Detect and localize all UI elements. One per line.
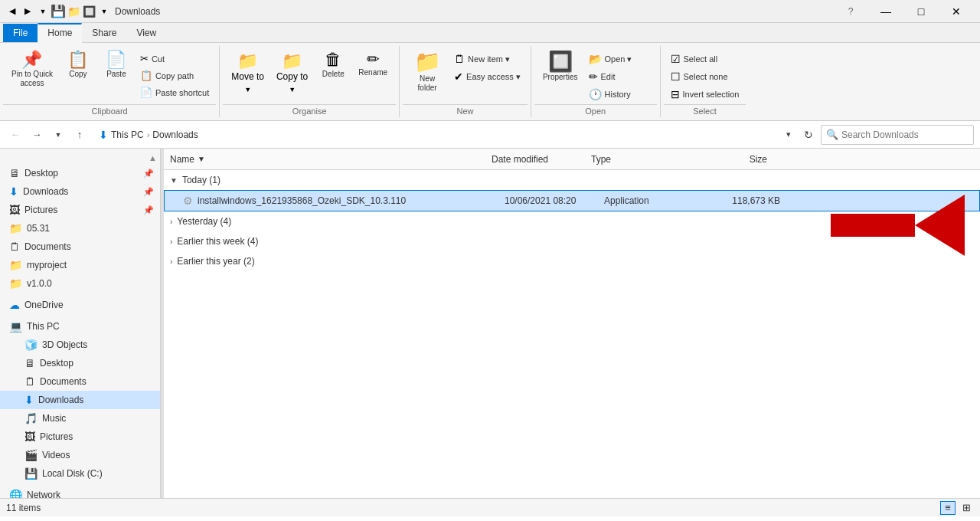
move-to-arrow: ▼ bbox=[244, 86, 251, 93]
sidebar-item-pictures-pc[interactable]: 🖼 Pictures bbox=[0, 428, 160, 446]
close-button[interactable]: ✕ bbox=[939, 0, 974, 23]
cut-button[interactable]: ✂ Cut bbox=[136, 51, 213, 67]
search-box[interactable]: 🔍 bbox=[821, 125, 974, 145]
easy-access-button[interactable]: ✔ Easy access ▾ bbox=[450, 68, 524, 85]
sidebar-item-downloads-pc[interactable]: ⬇ Downloads bbox=[0, 391, 160, 409]
edit-button[interactable]: ✏ Edit bbox=[585, 68, 654, 85]
invert-selection-label: Invert selection bbox=[683, 90, 740, 99]
sidebar-item-desktop-pc[interactable]: 🖥 Desktop bbox=[0, 354, 160, 372]
col-date-header[interactable]: Date modified bbox=[492, 154, 591, 165]
qat-dropdown[interactable]: ▼ bbox=[37, 5, 49, 18]
col-type-label: Type bbox=[591, 154, 611, 165]
sidebar-item-documents-qa[interactable]: 🗒 Documents bbox=[0, 238, 160, 256]
desktop-qa-icon: 🖥 bbox=[9, 167, 20, 179]
file-date: 10/06/2021 08:20 bbox=[505, 195, 604, 206]
select-none-button[interactable]: ☐ Select none bbox=[667, 68, 743, 85]
sidebar-item-videos[interactable]: 🎬 Videos bbox=[0, 446, 160, 464]
sidebar-scroll-up[interactable]: ▲ bbox=[149, 153, 157, 162]
history-button[interactable]: 🕐 History bbox=[585, 86, 654, 103]
paste-button[interactable]: 📄 Paste bbox=[98, 48, 135, 83]
breadcrumb[interactable]: ⬇ This PC › Downloads bbox=[92, 125, 778, 145]
delete-button[interactable]: 🗑 Delete bbox=[315, 48, 351, 83]
col-size-header[interactable]: Size bbox=[691, 154, 767, 165]
qat-new-folder[interactable]: 📁 bbox=[67, 5, 80, 18]
sidebar-item-music[interactable]: 🎵 Music bbox=[0, 409, 160, 428]
group-earlier-week[interactable]: › Earlier this week (4) bbox=[164, 231, 980, 251]
copy-to-button[interactable]: 📁 Copy to ▼ bbox=[271, 48, 313, 97]
col-type-header[interactable]: Type bbox=[591, 154, 691, 165]
file-row-installwindows[interactable]: ⚙ installwindows_1621935868_Ozeki_SDK_10… bbox=[164, 190, 980, 211]
sidebar-item-pictures-qa[interactable]: 🖼 Pictures 📌 bbox=[0, 201, 160, 219]
tab-share[interactable]: Share bbox=[82, 24, 126, 42]
group-today[interactable]: ▼ Today (1) bbox=[164, 170, 980, 190]
sidebar-item-myproject[interactable]: 📁 myproject bbox=[0, 256, 160, 274]
qat-customize[interactable]: ▼ bbox=[98, 5, 110, 18]
title-bar: ◀ ▶ ▼ 💾 📁 🔲 ▼ Downloads ? — □ ✕ bbox=[0, 0, 980, 23]
copy-button[interactable]: 📋 Copy bbox=[60, 48, 96, 83]
sidebar-item-desktop-qa[interactable]: 🖥 Desktop 📌 bbox=[0, 164, 160, 182]
pin-icon: 📌 bbox=[21, 51, 42, 68]
sidebar-item-3dobjects[interactable]: 🧊 3D Objects bbox=[0, 336, 160, 354]
new-buttons: 📁 Newfolder 🗒 New item ▾ ✔ Easy access ▾ bbox=[403, 46, 528, 104]
recent-locations-button[interactable]: ▼ bbox=[49, 126, 67, 144]
up-button[interactable]: ↑ bbox=[70, 126, 89, 144]
help-button[interactable]: ? bbox=[833, 0, 868, 23]
invert-selection-button[interactable]: ⊟ Invert selection bbox=[667, 86, 743, 103]
tab-home[interactable]: Home bbox=[38, 23, 82, 43]
group-yesterday[interactable]: › Yesterday (4) bbox=[164, 211, 980, 231]
sidebar-item-thispc[interactable]: 💻 This PC bbox=[0, 317, 160, 336]
pictures-pc-label: Pictures bbox=[40, 431, 73, 442]
invert-selection-icon: ⊟ bbox=[671, 88, 680, 100]
group-earlier-year-label: Earlier this year (2) bbox=[177, 256, 254, 267]
rename-button[interactable]: ✏ Rename bbox=[353, 48, 393, 81]
minimize-button[interactable]: — bbox=[868, 0, 903, 23]
move-to-button[interactable]: 📁 Move to ▼ bbox=[226, 48, 270, 97]
sidebar-item-local-disk[interactable]: 💾 Local Disk (C:) bbox=[0, 464, 160, 483]
select-none-label: Select none bbox=[684, 72, 728, 81]
back-button[interactable]: ← bbox=[6, 126, 24, 144]
move-to-label: Move to bbox=[231, 71, 264, 82]
large-icons-view-button[interactable]: ⊞ bbox=[959, 501, 974, 515]
tab-file[interactable]: File bbox=[3, 24, 38, 42]
address-dropdown[interactable]: ▾ bbox=[781, 126, 796, 144]
new-folder-button[interactable]: 📁 Newfolder bbox=[406, 48, 449, 97]
open-label: Open bbox=[534, 104, 657, 117]
tab-view[interactable]: View bbox=[126, 24, 166, 42]
pin-quick-access-button[interactable]: 📌 Pin to Quickaccess bbox=[6, 48, 58, 92]
select-all-button[interactable]: ☑ Select all bbox=[667, 51, 743, 67]
copy-path-button[interactable]: 📋 Copy path bbox=[136, 67, 213, 84]
myproject-label: myproject bbox=[27, 260, 67, 270]
sidebar-item-downloads-qa[interactable]: ⬇ Downloads 📌 bbox=[0, 182, 160, 201]
open-icon: 📂 bbox=[589, 53, 602, 65]
pictures-qa-pin: 📌 bbox=[143, 205, 154, 215]
ribbon: 📌 Pin to Quickaccess 📋 Copy 📄 Paste ✂ Cu… bbox=[0, 43, 980, 121]
restore-button[interactable]: □ bbox=[903, 0, 939, 23]
open-button[interactable]: 📂 Open ▾ bbox=[585, 51, 654, 67]
qat-properties[interactable]: 🔲 bbox=[83, 5, 95, 18]
properties-button[interactable]: 🔲 Properties bbox=[537, 48, 583, 86]
refresh-button[interactable]: ↻ bbox=[799, 126, 818, 144]
sidebar-item-documents-pc[interactable]: 🗒 Documents bbox=[0, 372, 160, 391]
select-label: Select bbox=[664, 104, 746, 117]
qat-save[interactable]: 💾 bbox=[52, 5, 64, 18]
sidebar-item-onedrive[interactable]: ☁ OneDrive bbox=[0, 296, 160, 314]
col-name-sort: ▼ bbox=[198, 155, 205, 163]
sidebar-item-network[interactable]: 🌐 Network bbox=[0, 486, 160, 498]
qat-forward[interactable]: ▶ bbox=[21, 5, 34, 18]
paste-shortcut-button[interactable]: 📄 Paste shortcut bbox=[136, 84, 213, 100]
col-name-header[interactable]: Name ▼ bbox=[170, 154, 492, 165]
sidebar-item-v100[interactable]: 📁 v1.0.0 bbox=[0, 274, 160, 293]
pictures-qa-label: Pictures bbox=[24, 205, 57, 215]
group-yesterday-label: Yesterday (4) bbox=[177, 216, 231, 227]
new-item-button[interactable]: 🗒 New item ▾ bbox=[450, 51, 524, 67]
details-view-button[interactable]: ≡ bbox=[940, 501, 956, 515]
search-input[interactable] bbox=[841, 129, 969, 140]
group-earlier-year[interactable]: › Earlier this year (2) bbox=[164, 251, 980, 271]
copy-to-label: Copy to bbox=[276, 71, 308, 82]
properties-label: Properties bbox=[543, 73, 578, 82]
forward-button[interactable]: → bbox=[28, 126, 46, 144]
paste-shortcut-icon: 📄 bbox=[140, 87, 152, 98]
sidebar-item-0531[interactable]: 📁 05.31 bbox=[0, 219, 160, 238]
copy-path-icon: 📋 bbox=[140, 70, 152, 81]
qat-back[interactable]: ◀ bbox=[6, 5, 18, 18]
